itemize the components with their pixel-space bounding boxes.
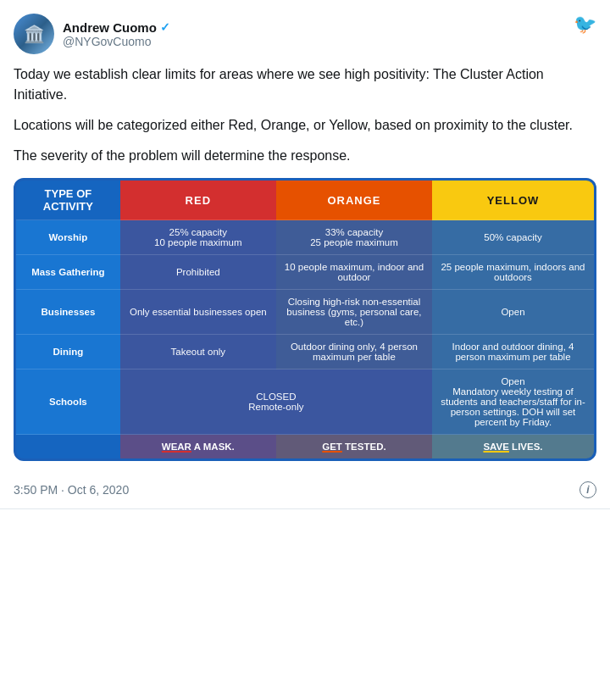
red-dining: Takeout only xyxy=(120,335,276,369)
header-red: RED xyxy=(120,181,276,220)
tweet-timestamp: 3:50 PM · Oct 6, 2020 xyxy=(14,483,129,497)
twitter-bird-icon: 🐦 xyxy=(574,14,596,36)
header-yellow: YELLOW xyxy=(432,181,594,220)
type-mass-gathering: Mass Gathering xyxy=(16,255,120,290)
tweet-header: 🏛️ Andrew Cuomo ✓ @NYGovCuomo 🐦 xyxy=(14,14,596,54)
table-row-businesses: Businesses Only essential businesses ope… xyxy=(16,290,594,335)
red-businesses: Only essential businesses open xyxy=(120,290,276,335)
table-row-worship: Worship 25% capacity10 people maximum 33… xyxy=(16,220,594,255)
footer-yellow-highlight: SAVE xyxy=(483,442,508,452)
footer-red: WEAR A MASK. xyxy=(120,435,276,459)
footer-red-highlight: WEAR xyxy=(162,442,191,452)
tweet-header-left: 🏛️ Andrew Cuomo ✓ @NYGovCuomo xyxy=(14,14,170,54)
table-footer-row: WEAR A MASK. GET TESTED. SAVE LIVES. xyxy=(16,435,594,459)
yellow-worship: 50% capacity xyxy=(432,220,594,255)
avatar-image: 🏛️ xyxy=(14,14,54,54)
infographic: Type of Activity RED ORANGE YELLOW Worsh… xyxy=(14,178,596,461)
info-icon[interactable]: i xyxy=(580,481,596,498)
red-worship: 25% capacity10 people maximum xyxy=(120,220,276,255)
footer-type-cell xyxy=(16,435,120,459)
red-orange-schools: CLOSEDRemote-only xyxy=(120,369,432,435)
orange-worship: 33% capacity25 people maximum xyxy=(276,220,432,255)
username[interactable]: @NYGovCuomo xyxy=(63,35,170,48)
table-row-mass-gathering: Mass Gathering Prohibited 10 people maxi… xyxy=(16,255,594,290)
header-type: Type of Activity xyxy=(16,181,120,220)
verified-badge: ✓ xyxy=(160,20,170,34)
yellow-businesses: Open xyxy=(432,290,594,335)
yellow-mass-gathering: 25 people maximum, indoors and outdoors xyxy=(432,255,594,290)
footer-yellow: SAVE LIVES. xyxy=(432,435,594,459)
user-info: Andrew Cuomo ✓ @NYGovCuomo xyxy=(63,20,170,48)
red-mass-gathering: Prohibited xyxy=(120,255,276,290)
table-row-schools: Schools CLOSEDRemote-only OpenMandatory … xyxy=(16,369,594,435)
display-name[interactable]: Andrew Cuomo ✓ xyxy=(63,20,170,35)
orange-businesses: Closing high-risk non-essential business… xyxy=(276,290,432,335)
yellow-schools: OpenMandatory weekly testing of students… xyxy=(432,369,594,435)
orange-mass-gathering: 10 people maximum, indoor and outdoor xyxy=(276,255,432,290)
footer-orange: GET TESTED. xyxy=(276,435,432,459)
footer-orange-highlight: GET xyxy=(322,442,342,452)
header-orange: ORANGE xyxy=(276,181,432,220)
yellow-dining: Indoor and outdoor dining, 4 person maxi… xyxy=(432,335,594,369)
tweet-footer: 3:50 PM · Oct 6, 2020 i xyxy=(14,473,596,508)
tweet-paragraph-3: The severity of the problem will determi… xyxy=(14,146,596,166)
table-header-row: Type of Activity RED ORANGE YELLOW xyxy=(16,181,594,220)
type-schools: Schools xyxy=(16,369,120,435)
tweet-paragraph-2: Locations will be categorized either Red… xyxy=(14,115,596,136)
tweet-paragraph-1: Today we establish clear limits for area… xyxy=(14,64,596,105)
tweet-text: Today we establish clear limits for area… xyxy=(14,64,596,166)
type-worship: Worship xyxy=(16,220,120,255)
type-businesses: Businesses xyxy=(16,290,120,335)
type-dining: Dining xyxy=(16,335,120,369)
orange-dining: Outdoor dining only, 4 person maximum pe… xyxy=(276,335,432,369)
name-text: Andrew Cuomo xyxy=(63,20,157,35)
avatar[interactable]: 🏛️ xyxy=(14,14,54,54)
table-row-dining: Dining Takeout only Outdoor dining only,… xyxy=(16,335,594,369)
tweet-card: 🏛️ Andrew Cuomo ✓ @NYGovCuomo 🐦 Today we… xyxy=(0,0,610,509)
info-table: Type of Activity RED ORANGE YELLOW Worsh… xyxy=(16,181,594,458)
